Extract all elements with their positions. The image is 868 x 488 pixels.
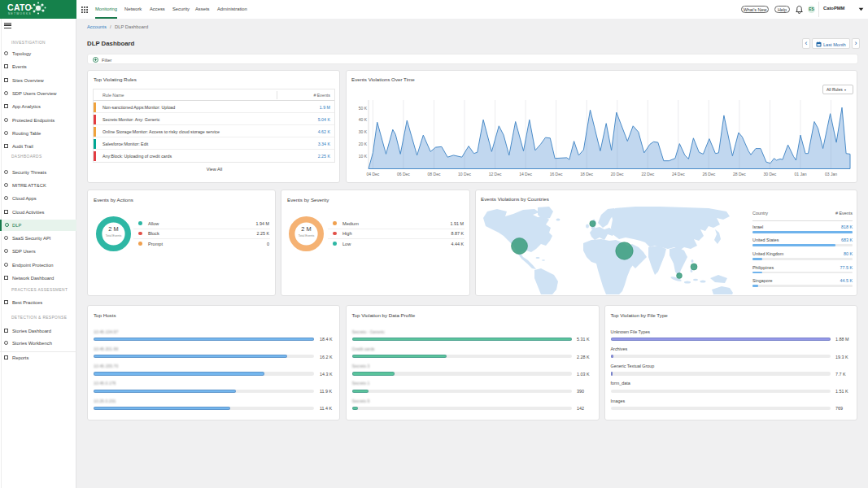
svg-text:01 Jan: 01 Jan (794, 172, 806, 176)
svg-text:50 K: 50 K (359, 106, 368, 111)
svg-text:06 Dec: 06 Dec (397, 172, 410, 176)
svg-text:10 K: 10 K (359, 154, 368, 159)
svg-text:26 Dec: 26 Dec (702, 172, 715, 176)
svg-text:20 Dec: 20 Dec (611, 172, 624, 176)
svg-text:22 Dec: 22 Dec (641, 172, 654, 176)
svg-text:30 Dec: 30 Dec (763, 172, 776, 176)
svg-text:03 Jan: 03 Jan (825, 172, 837, 176)
svg-text:18 Dec: 18 Dec (580, 172, 593, 176)
svg-text:24 Dec: 24 Dec (672, 172, 685, 176)
svg-text:40 K: 40 K (359, 117, 368, 122)
svg-text:10 Dec: 10 Dec (458, 172, 471, 176)
svg-text:30 K: 30 K (359, 129, 368, 134)
svg-text:14 Dec: 14 Dec (519, 172, 532, 176)
svg-text:04 Dec: 04 Dec (366, 172, 379, 176)
svg-text:12 Dec: 12 Dec (489, 172, 502, 176)
svg-text:08 Dec: 08 Dec (428, 172, 441, 176)
svg-text:16 Dec: 16 Dec (550, 172, 563, 176)
svg-text:28 Dec: 28 Dec (733, 172, 746, 176)
svg-text:20 K: 20 K (359, 142, 368, 146)
